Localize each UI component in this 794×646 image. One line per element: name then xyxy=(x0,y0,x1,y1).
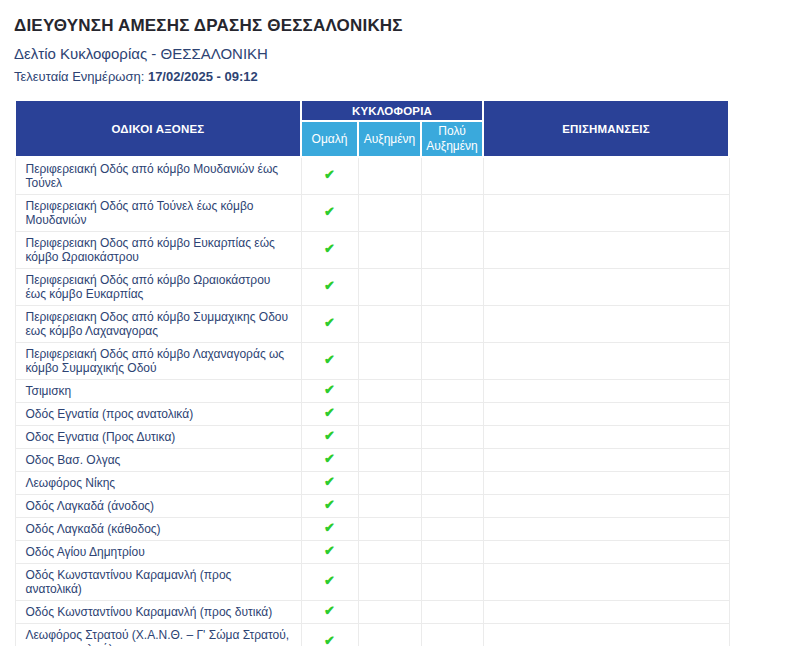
table-row: Περιφερειακή Οδός από κόμβο Μουδανιών έω… xyxy=(15,157,729,195)
table-row: Οδός Λαγκαδά (άνοδος) ✔ xyxy=(15,495,729,518)
status-normal-cell: ✔ xyxy=(301,495,358,518)
status-increased-cell xyxy=(358,472,421,495)
notes-cell xyxy=(483,403,729,426)
status-increased-cell xyxy=(358,157,421,195)
table-row: Περιφερειακή Οδός από κόμβο Ωραιοκάστρου… xyxy=(15,269,729,306)
notes-cell xyxy=(483,195,729,232)
status-normal-cell: ✔ xyxy=(301,269,358,306)
traffic-table: ΟΔΙΚΟΙ ΑΞΟΝΕΣ ΚΥΚΛΟΦΟΡΙΑ ΕΠΙΣΗΜΑΝΣΕΙΣ Ομ… xyxy=(14,99,730,646)
road-name-cell: Οδός Εγνατία (προς ανατολικά) xyxy=(15,403,301,426)
column-header-normal: Ομαλή xyxy=(301,121,358,157)
status-increased-cell xyxy=(358,269,421,306)
status-increased-cell xyxy=(358,601,421,624)
status-very-increased-cell xyxy=(421,269,483,306)
traffic-table-header: ΟΔΙΚΟΙ ΑΞΟΝΕΣ ΚΥΚΛΟΦΟΡΙΑ ΕΠΙΣΗΜΑΝΣΕΙΣ Ομ… xyxy=(15,100,729,157)
page-title: ΔΙΕΥΘΥΝΣΗ ΑΜΕΣΗΣ ΔΡΑΣΗΣ ΘΕΣΣΑΛΟΝΙΚΗΣ xyxy=(14,16,780,36)
check-icon: ✔ xyxy=(324,498,335,512)
status-normal-cell: ✔ xyxy=(301,472,358,495)
last-update-label: Τελευταία Ενημέρωση: xyxy=(14,69,148,84)
status-normal-cell: ✔ xyxy=(301,343,358,380)
table-row: Οδός Εγνατία (προς ανατολικά) ✔ xyxy=(15,403,729,426)
status-very-increased-cell xyxy=(421,624,483,646)
status-increased-cell xyxy=(358,343,421,380)
status-normal-cell: ✔ xyxy=(301,601,358,624)
status-increased-cell xyxy=(358,195,421,232)
traffic-report-page: ΔΙΕΥΘΥΝΣΗ ΑΜΕΣΗΣ ΔΡΑΣΗΣ ΘΕΣΣΑΛΟΝΙΚΗΣ Δελ… xyxy=(0,0,794,646)
check-icon: ✔ xyxy=(324,168,335,182)
check-icon: ✔ xyxy=(324,205,335,219)
notes-cell xyxy=(483,343,729,380)
notes-cell xyxy=(483,518,729,541)
check-icon: ✔ xyxy=(324,574,335,588)
status-increased-cell xyxy=(358,518,421,541)
status-increased-cell xyxy=(358,449,421,472)
status-increased-cell xyxy=(358,541,421,564)
check-icon: ✔ xyxy=(324,383,335,397)
status-very-increased-cell xyxy=(421,157,483,195)
road-name-cell: Οδός Λαγκαδά (κάθοδος) xyxy=(15,518,301,541)
table-row: Οδος Εγνατια (Προς Δυτικα) ✔ xyxy=(15,426,729,449)
status-normal-cell: ✔ xyxy=(301,449,358,472)
column-header-roads: ΟΔΙΚΟΙ ΑΞΟΝΕΣ xyxy=(15,100,301,157)
status-normal-cell: ✔ xyxy=(301,403,358,426)
status-very-increased-cell xyxy=(421,426,483,449)
status-normal-cell: ✔ xyxy=(301,306,358,343)
check-icon: ✔ xyxy=(324,475,335,489)
status-very-increased-cell xyxy=(421,232,483,269)
road-name-cell: Λεωφόρος Νίκης xyxy=(15,472,301,495)
column-header-notes: ΕΠΙΣΗΜΑΝΣΕΙΣ xyxy=(483,100,729,157)
road-name-cell: Οδός Αγίου Δημητρίου xyxy=(15,541,301,564)
notes-cell xyxy=(483,541,729,564)
check-icon: ✔ xyxy=(324,452,335,466)
check-icon: ✔ xyxy=(324,242,335,256)
column-header-traffic: ΚΥΚΛΟΦΟΡΙΑ xyxy=(301,100,483,121)
status-very-increased-cell xyxy=(421,541,483,564)
check-icon: ✔ xyxy=(324,521,335,535)
table-row: Περιφερειακή Οδός από Τούνελ έως κόμβο Μ… xyxy=(15,195,729,232)
notes-cell xyxy=(483,380,729,403)
status-increased-cell xyxy=(358,495,421,518)
road-name-cell: Περιφερειακή Οδός από κόμβο Μουδανιών έω… xyxy=(15,157,301,195)
road-name-cell: Περιφερειακη Οδος από κόμβο Ευκαρπίας εώ… xyxy=(15,232,301,269)
status-very-increased-cell xyxy=(421,472,483,495)
status-normal-cell: ✔ xyxy=(301,195,358,232)
status-very-increased-cell xyxy=(421,195,483,232)
traffic-table-body: Περιφερειακή Οδός από κόμβο Μουδανιών έω… xyxy=(15,157,729,646)
table-row: Λεωφόρος Στρατού (Χ.Α.Ν.Θ. – Γ' Σώμα Στρ… xyxy=(15,624,729,646)
status-increased-cell xyxy=(358,403,421,426)
last-update: Τελευταία Ενημέρωση: 17/02/2025 - 09:12 xyxy=(14,69,780,84)
status-normal-cell: ✔ xyxy=(301,380,358,403)
status-very-increased-cell xyxy=(421,601,483,624)
road-name-cell: Λεωφόρος Στρατού (Χ.Α.Ν.Θ. – Γ' Σώμα Στρ… xyxy=(15,624,301,646)
table-row: Οδός Λαγκαδά (κάθοδος) ✔ xyxy=(15,518,729,541)
road-name-cell: Οδός Λαγκαδά (άνοδος) xyxy=(15,495,301,518)
road-name-cell: Περιφερειακη Οδος από κόμβο Συμμαχικης Ο… xyxy=(15,306,301,343)
status-very-increased-cell xyxy=(421,403,483,426)
status-normal-cell: ✔ xyxy=(301,518,358,541)
status-very-increased-cell xyxy=(421,306,483,343)
notes-cell xyxy=(483,449,729,472)
check-icon: ✔ xyxy=(324,279,335,293)
check-icon: ✔ xyxy=(324,406,335,420)
status-increased-cell xyxy=(358,306,421,343)
last-update-value: 17/02/2025 - 09:12 xyxy=(148,69,258,84)
status-increased-cell xyxy=(358,380,421,403)
table-row: Περιφερειακη Οδος από κόμβο Συμμαχικης Ο… xyxy=(15,306,729,343)
status-very-increased-cell xyxy=(421,380,483,403)
road-name-cell: Οδός Κωνσταντίνου Καραμανλή (προς δυτικά… xyxy=(15,601,301,624)
road-name-cell: Περιφερειακή Οδός από κόμβο Λαχαναγοράς … xyxy=(15,343,301,380)
check-icon: ✔ xyxy=(324,544,335,558)
notes-cell xyxy=(483,232,729,269)
road-name-cell: Περιφερειακή Οδός από κόμβο Ωραιοκάστρου… xyxy=(15,269,301,306)
road-name-cell: Οδος Βασ. Ολγας xyxy=(15,449,301,472)
notes-cell xyxy=(483,426,729,449)
status-normal-cell: ✔ xyxy=(301,564,358,601)
status-increased-cell xyxy=(358,564,421,601)
table-row: Λεωφόρος Νίκης ✔ xyxy=(15,472,729,495)
check-icon: ✔ xyxy=(324,429,335,443)
notes-cell xyxy=(483,269,729,306)
status-very-increased-cell xyxy=(421,495,483,518)
header-row-top: ΟΔΙΚΟΙ ΑΞΟΝΕΣ ΚΥΚΛΟΦΟΡΙΑ ΕΠΙΣΗΜΑΝΣΕΙΣ xyxy=(15,100,729,121)
status-normal-cell: ✔ xyxy=(301,426,358,449)
table-row: Οδός Αγίου Δημητρίου ✔ xyxy=(15,541,729,564)
